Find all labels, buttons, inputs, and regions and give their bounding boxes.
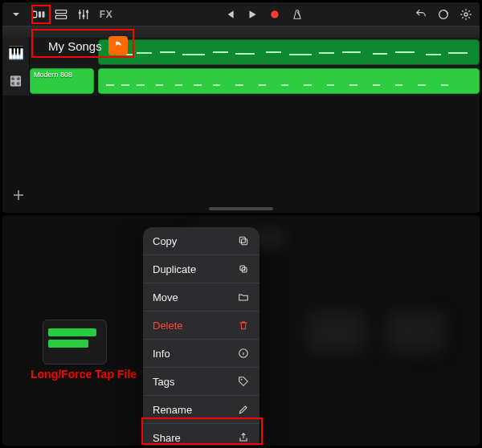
share-icon — [237, 431, 250, 444]
garageband-editor: FX 🎹 — [2, 2, 480, 213]
dropdown-button[interactable] — [7, 6, 25, 23]
go-to-start-button[interactable] — [221, 6, 239, 23]
duplicate-icon — [237, 263, 250, 275]
info-icon — [237, 347, 250, 360]
undo-icon — [415, 9, 427, 20]
svg-rect-2 — [43, 11, 45, 18]
pencil-icon — [237, 403, 250, 416]
region-label: Modern 808 — [34, 71, 72, 79]
garageband-files: Long/Force Tap File Copy Duplicate Move … — [2, 215, 480, 446]
svg-rect-1 — [39, 11, 41, 18]
trash-icon — [237, 319, 250, 332]
svg-rect-0 — [32, 11, 37, 18]
svg-point-6 — [82, 14, 84, 17]
triangle-down-icon — [11, 10, 21, 19]
menu-item-info[interactable]: Info — [143, 340, 259, 368]
loop-icon — [437, 8, 450, 21]
garageband-icon — [108, 36, 128, 55]
loop-browser-button[interactable] — [435, 6, 452, 23]
svg-rect-4 — [55, 15, 66, 18]
midi-notes — [99, 40, 479, 64]
menu-label: Delete — [153, 320, 183, 332]
track-2-region-a[interactable]: Modern 808 — [30, 68, 94, 94]
menu-item-tags[interactable]: Tags — [143, 368, 259, 396]
menu-item-duplicate[interactable]: Duplicate — [143, 255, 259, 283]
piano-icon: 🎹 — [8, 45, 24, 60]
svg-rect-11 — [242, 239, 247, 245]
svg-point-7 — [86, 10, 88, 13]
record-button[interactable] — [266, 6, 284, 23]
menu-label: Move — [153, 291, 178, 303]
mixer-button[interactable] — [75, 6, 92, 23]
my-songs-button[interactable]: My Songs — [40, 33, 136, 59]
menu-item-move[interactable]: Move — [143, 283, 259, 312]
plus-icon — [11, 188, 26, 202]
settings-button[interactable] — [457, 6, 475, 23]
add-track-button[interactable] — [9, 185, 28, 205]
track-1-header[interactable]: 🎹 — [2, 38, 30, 67]
project-thumbnail[interactable] — [43, 320, 107, 365]
play-button[interactable] — [243, 6, 261, 23]
rows-icon — [55, 9, 67, 20]
tag-icon — [237, 375, 250, 388]
midi-notes — [99, 69, 479, 93]
annotation-tap-label: Long/Force Tap File — [31, 368, 137, 381]
menu-label: Rename — [153, 404, 192, 416]
metronome-button[interactable] — [288, 6, 306, 23]
track-2-region-b[interactable] — [98, 68, 480, 94]
menu-item-rename[interactable]: Rename — [143, 396, 259, 424]
fx-button[interactable]: FX — [97, 6, 115, 23]
copy-icon — [237, 234, 250, 247]
gear-icon — [460, 8, 472, 21]
menu-item-delete[interactable]: Delete — [143, 312, 259, 340]
track-1-region[interactable] — [98, 39, 480, 65]
svg-rect-12 — [239, 237, 245, 242]
blocks-icon — [31, 9, 46, 20]
skip-back-icon — [224, 9, 235, 20]
menu-label: Info — [153, 348, 170, 360]
menu-label: Duplicate — [153, 263, 196, 275]
menu-item-copy[interactable]: Copy — [143, 227, 259, 255]
my-songs-label: My Songs — [48, 39, 102, 53]
svg-rect-3 — [55, 10, 66, 13]
svg-point-5 — [79, 11, 81, 14]
menu-label: Share — [153, 432, 181, 444]
track-2-header[interactable]: 🎛️ — [2, 67, 30, 96]
grid-view-button[interactable] — [30, 6, 47, 23]
svg-point-8 — [271, 10, 278, 18]
folder-icon — [237, 291, 250, 303]
menu-item-share[interactable]: Share — [143, 424, 259, 446]
track-2-body[interactable]: Modern 808 — [30, 67, 480, 96]
svg-point-10 — [464, 13, 468, 16]
menu-label: Tags — [153, 376, 174, 388]
sliders-icon — [77, 8, 90, 21]
play-icon — [247, 9, 258, 20]
record-icon — [269, 9, 280, 20]
context-menu: Copy Duplicate Move Delete Info — [143, 227, 259, 446]
sampler-icon: 🎛️ — [10, 75, 22, 87]
svg-point-16 — [241, 379, 243, 381]
metronome-icon — [292, 8, 303, 21]
tracks-view-button[interactable] — [52, 6, 70, 23]
toolbar: FX — [2, 2, 480, 26]
track-2[interactable]: 🎛️ Modern 808 — [2, 67, 480, 96]
drag-handle[interactable] — [209, 207, 273, 210]
menu-label: Copy — [153, 235, 177, 247]
undo-button[interactable] — [412, 6, 430, 23]
